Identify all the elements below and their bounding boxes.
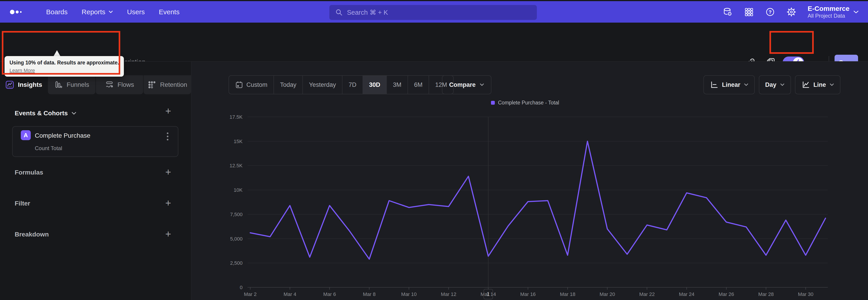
x-tick-label: Mar 8 bbox=[363, 292, 375, 297]
sidebar-section-breakdown: Breakdown + bbox=[0, 229, 191, 242]
sidebar-section-filter: Filter + bbox=[0, 198, 191, 211]
search-placeholder: Search ⌘ + K bbox=[347, 8, 388, 16]
tab-label: Insights bbox=[18, 81, 42, 88]
nav-events[interactable]: Events bbox=[159, 8, 180, 16]
tab-label: Flows bbox=[118, 81, 134, 88]
help-icon[interactable]: ? bbox=[765, 7, 775, 17]
learn-more-link[interactable]: Learn More bbox=[9, 68, 35, 73]
top-nav: BoardsReportsUsersEvents Search ⌘ + K bbox=[0, 1, 868, 23]
x-tick-label: Mar 6 bbox=[323, 292, 336, 297]
nav-reports[interactable]: Reports bbox=[82, 8, 113, 16]
x-tick-label: Mar 20 bbox=[599, 292, 615, 297]
event-options-icon[interactable] bbox=[165, 131, 170, 142]
y-tick-label: 0 bbox=[240, 284, 243, 290]
tab-insights[interactable]: Insights bbox=[0, 75, 48, 94]
tooltip-arrow bbox=[53, 50, 61, 57]
add-breakdown-button[interactable]: + bbox=[164, 230, 173, 239]
mixpanel-insights-app: BoardsReportsUsersEvents Search ⌘ + K bbox=[0, 0, 868, 300]
section-label: Filter bbox=[15, 200, 30, 207]
settings-gear-icon[interactable] bbox=[786, 7, 796, 17]
nav-label: Reports bbox=[82, 8, 105, 16]
workspace-switcher[interactable]: E-Commerce All Project Data bbox=[808, 5, 849, 19]
insights-icon bbox=[5, 80, 14, 89]
top-nav-menu: BoardsReportsUsersEvents bbox=[46, 8, 180, 16]
event-metric[interactable]: Count Total bbox=[35, 145, 62, 151]
query-builder-sidebar: InsightsFunnelsFlowsRetention Events & C… bbox=[0, 62, 191, 300]
chevron-down-icon[interactable] bbox=[71, 112, 76, 115]
search-input[interactable]: Search ⌘ + K bbox=[329, 5, 537, 20]
top-nav-right: ? E-Commerce bbox=[723, 1, 868, 23]
tab-funnels[interactable]: Funnels bbox=[48, 75, 95, 94]
nav-boards[interactable]: Boards bbox=[46, 8, 68, 16]
event-card[interactable]: A Complete Purchase Count Total bbox=[12, 126, 178, 157]
sidebar-section-formulas: Formulas + bbox=[0, 167, 191, 180]
x-tick-label: Mar 22 bbox=[639, 292, 655, 297]
event-name[interactable]: Complete Purchase bbox=[35, 132, 90, 139]
nav-label: Users bbox=[127, 8, 145, 16]
y-tick-label: 12.5K bbox=[230, 163, 243, 169]
chevron-down-icon bbox=[853, 10, 859, 14]
x-tick-label: Mar 4 bbox=[283, 292, 296, 297]
x-tick-label: Mar 2 bbox=[244, 292, 256, 297]
nav-users[interactable]: Users bbox=[127, 8, 145, 16]
y-tick-label: 15K bbox=[234, 139, 243, 144]
add-filter-button[interactable]: + bbox=[164, 199, 173, 208]
search-icon bbox=[335, 8, 343, 16]
report-type-tabs: InsightsFunnelsFlowsRetention bbox=[0, 75, 191, 94]
add-event-button[interactable]: + bbox=[164, 107, 173, 116]
pagination-page-1[interactable]: 1 bbox=[484, 289, 493, 299]
funnels-icon bbox=[54, 80, 63, 89]
tab-label: Funnels bbox=[67, 81, 89, 88]
x-tick-label: Mar 12 bbox=[441, 292, 456, 297]
y-tick-label: 10K bbox=[234, 187, 243, 193]
tab-retention[interactable]: Retention bbox=[144, 75, 191, 94]
tooltip-text: Using 10% of data. Results are approxima… bbox=[9, 60, 119, 66]
chevron-down-icon bbox=[108, 10, 113, 13]
x-tick-label: Mar 10 bbox=[401, 292, 416, 297]
chart-panel: CustomTodayYesterday7D30D3M6M12M Compare… bbox=[191, 62, 868, 300]
x-tick-label: Mar 24 bbox=[679, 292, 694, 297]
nav-label: Boards bbox=[46, 8, 68, 16]
x-tick-label: Mar 28 bbox=[758, 292, 774, 297]
y-tick-label: 2,500 bbox=[230, 260, 243, 266]
x-tick-label: Mar 16 bbox=[520, 292, 535, 297]
workspace-scope: All Project Data bbox=[808, 13, 849, 19]
sampling-tooltip: Using 10% of data. Results are approxima… bbox=[4, 56, 124, 77]
y-tick-label: 5,000 bbox=[230, 236, 243, 242]
event-letter-badge: A bbox=[21, 130, 31, 140]
section-label: Formulas bbox=[15, 169, 43, 176]
nav-label: Events bbox=[159, 8, 180, 16]
add-formulas-button[interactable]: + bbox=[164, 168, 173, 177]
flows-icon bbox=[105, 80, 114, 89]
data-management-icon[interactable] bbox=[723, 7, 733, 17]
apps-grid-icon[interactable] bbox=[744, 7, 754, 17]
svg-text:?: ? bbox=[769, 9, 772, 15]
workspace-name: E-Commerce bbox=[808, 5, 849, 13]
series-line[interactable] bbox=[250, 141, 826, 259]
tab-flows[interactable]: Flows bbox=[96, 75, 143, 94]
report-header: Untitled Sampled + Add description... bbox=[0, 23, 868, 61]
x-tick-label: Mar 30 bbox=[798, 292, 813, 297]
tab-label: Retention bbox=[160, 81, 187, 88]
x-tick-label: Mar 26 bbox=[719, 292, 734, 297]
mixpanel-logo[interactable] bbox=[9, 7, 30, 17]
section-label: Breakdown bbox=[15, 231, 49, 238]
line-chart[interactable]: 02,5005,0007,50010K12.5K15K17.5KMar 2Mar… bbox=[191, 62, 868, 300]
x-tick-label: Mar 18 bbox=[560, 292, 575, 297]
y-tick-label: 7,500 bbox=[230, 212, 243, 217]
events-cohorts-title: Events & Cohorts bbox=[15, 110, 68, 117]
y-tick-label: 17.5K bbox=[230, 114, 243, 120]
events-cohorts-header: Events & Cohorts bbox=[15, 110, 76, 117]
retention-icon bbox=[147, 80, 156, 89]
